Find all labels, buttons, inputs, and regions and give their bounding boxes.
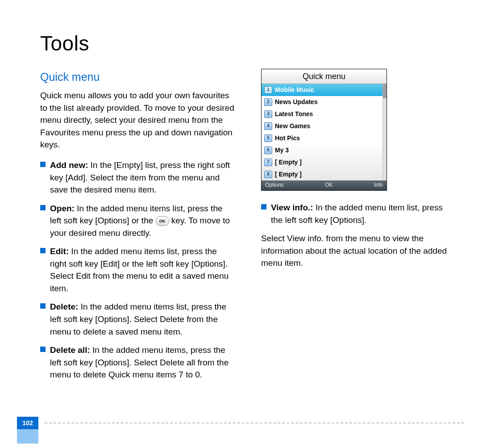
phone-screen-title: Quick menu	[262, 69, 386, 84]
item-number-icon: 7	[264, 159, 272, 166]
phone-menu-item-1: 1Mobile Music	[262, 84, 386, 96]
phone-menu-item-2: 2News Updates	[262, 96, 386, 108]
phone-softkey-bar: Options OK Info	[262, 180, 386, 190]
content-columns: Quick menu Quick menu allows you to add …	[40, 69, 455, 387]
bullet-view-info: View info.: In the added menu item list,…	[261, 201, 455, 226]
left-column: Quick menu Quick menu allows you to add …	[40, 69, 234, 387]
phone-scroll-thumb	[383, 84, 386, 98]
phone-scrollbar	[382, 84, 386, 180]
bullet-add-new: Add new: In the [Empty] list, press the …	[40, 159, 234, 196]
bullet-delete: Delete: In the added menu items list, pr…	[40, 301, 234, 338]
page-number-fade	[17, 429, 38, 444]
phone-menu-item-8: 8[ Empty ]	[262, 168, 386, 180]
section-heading: Quick menu	[40, 69, 234, 85]
softkey-right: Info	[374, 181, 383, 189]
phone-screenshot: Quick menu 1Mobile Music 2News Updates 3…	[261, 69, 387, 191]
intro-paragraph: Quick menu allows you to add your own fa…	[40, 89, 234, 151]
square-bullet-icon	[261, 204, 266, 209]
bullet-delete-all: Delete all: In the added menu items, pre…	[40, 344, 234, 381]
softkey-left: Options	[265, 181, 283, 189]
item-number-icon: 1	[264, 86, 272, 94]
item-number-icon: 8	[264, 171, 272, 178]
item-number-icon: 5	[264, 134, 272, 142]
square-bullet-icon	[40, 162, 46, 167]
softkey-center: OK	[325, 181, 332, 189]
item-number-icon: 2	[264, 98, 272, 106]
right-column: Quick menu 1Mobile Music 2News Updates 3…	[261, 69, 455, 387]
page-number-box: 102	[17, 417, 38, 429]
view-info-paragraph: Select View info. from the menu to view …	[261, 232, 455, 269]
item-number-icon: 4	[264, 122, 272, 130]
item-number-icon: 3	[264, 110, 272, 118]
square-bullet-icon	[40, 347, 46, 352]
bullet-edit: Edit: In the added menu items list, pres…	[40, 245, 234, 294]
item-number-icon: 6	[264, 147, 272, 154]
square-bullet-icon	[40, 303, 46, 309]
bullet-open: Open: In the added menu items list, pres…	[40, 202, 234, 239]
square-bullet-icon	[40, 205, 46, 210]
page-title: Tools	[40, 31, 455, 55]
phone-menu-item-7: 7[ Empty ]	[262, 156, 386, 168]
phone-menu-item-3: 3Latest Tones	[262, 108, 386, 120]
ok-key-icon: OK	[156, 216, 169, 226]
phone-menu-list: 1Mobile Music 2News Updates 3Latest Tone…	[262, 84, 386, 180]
manual-page: Tools Quick menu Quick menu allows you t…	[0, 0, 482, 448]
phone-menu-item-5: 5Hot Pics	[262, 132, 386, 144]
phone-menu-item-4: 4New Games	[262, 120, 386, 132]
footer-divider	[45, 423, 464, 423]
phone-menu-item-6: 6My 3	[262, 144, 386, 156]
square-bullet-icon	[40, 248, 46, 253]
